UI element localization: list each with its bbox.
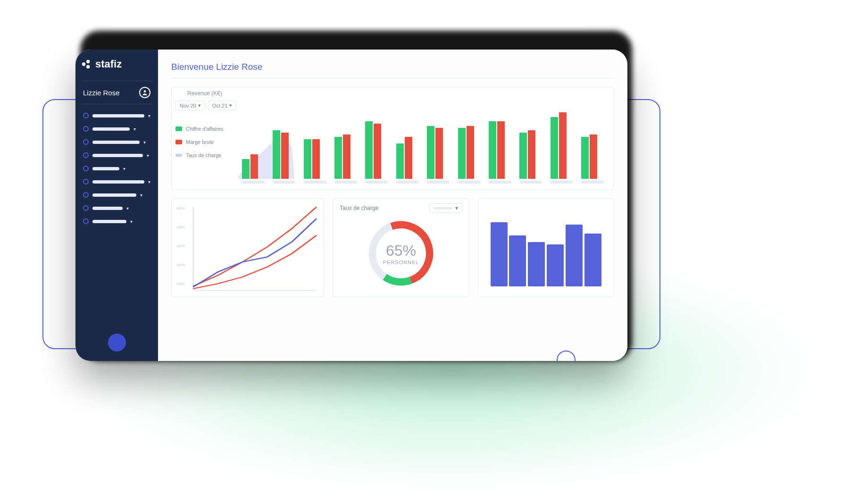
bar-ca xyxy=(551,117,558,179)
ytick-placeholder xyxy=(176,264,185,266)
sidebar-item-0[interactable]: ▾ xyxy=(81,109,152,122)
nav-list: ▾▾▾▾▾▾▾▾▾ xyxy=(81,109,152,228)
swatch-green xyxy=(175,126,182,131)
nav-circle-icon xyxy=(83,126,89,132)
revenue-chart xyxy=(238,103,608,184)
bar-group xyxy=(551,112,573,179)
nav-circle-icon xyxy=(83,179,89,184)
bar-ca xyxy=(519,133,527,179)
bar-ca xyxy=(427,126,434,179)
sidebar-item-4[interactable]: ▾ xyxy=(81,162,152,175)
sidebar-action-button[interactable] xyxy=(108,334,126,352)
bar-ca xyxy=(396,143,404,179)
bar-mb xyxy=(405,137,412,179)
bar-ca xyxy=(304,139,311,179)
sidebar-item-1[interactable]: ▾ xyxy=(81,122,152,135)
date-start-select[interactable]: Nov 20▾ xyxy=(175,100,205,110)
bar-group xyxy=(334,134,357,179)
nav-label-placeholder xyxy=(92,220,126,223)
bar-ca xyxy=(365,121,373,179)
date-start-label: Nov 20 xyxy=(180,103,196,109)
bar-mb xyxy=(312,139,320,179)
nav-label-placeholder xyxy=(92,127,130,131)
chevron-down-icon: ▾ xyxy=(148,179,150,184)
legend-mb-label: Marge brute xyxy=(186,139,214,145)
bar-ca xyxy=(242,159,250,179)
chevron-down-icon: ▾ xyxy=(229,102,232,109)
chevron-down-icon: ▾ xyxy=(143,140,146,145)
small-bar xyxy=(509,235,526,286)
category-placeholder xyxy=(427,181,450,184)
bar-group xyxy=(304,139,326,179)
category-placeholder xyxy=(365,181,388,184)
bar-mb xyxy=(467,126,474,179)
legend-tc-label: Taux de charge xyxy=(186,152,221,158)
small-bars-chart xyxy=(490,216,602,286)
category-placeholder xyxy=(489,181,511,184)
category-placeholder xyxy=(519,181,542,184)
bar-mb xyxy=(281,133,289,179)
nav-circle-icon xyxy=(83,192,89,198)
revenue-legend: Chiffre d'affaires Marge brute Taux de c… xyxy=(175,126,223,158)
ytick-placeholder xyxy=(176,245,185,247)
bar-ca xyxy=(273,130,280,179)
bar-mb xyxy=(374,124,381,179)
sidebar-item-7[interactable]: ▾ xyxy=(81,201,152,215)
date-end-select[interactable]: Oct 21▾ xyxy=(208,100,236,110)
ytick-placeholder xyxy=(176,283,185,285)
donut-select[interactable]: ▾ xyxy=(429,203,462,213)
nav-label-placeholder xyxy=(92,154,143,157)
sidebar-item-5[interactable]: ▾ xyxy=(81,175,152,188)
bar-row xyxy=(238,108,608,179)
category-placeholder xyxy=(396,181,419,184)
nav-label-placeholder xyxy=(92,193,136,197)
nav-circle-icon xyxy=(83,205,89,211)
small-bar xyxy=(584,234,601,287)
donut-center: 65% PERSONNEL xyxy=(383,242,419,265)
date-pickers: Nov 20▾ Oct 21▾ xyxy=(175,100,236,110)
sidebar: stafiz Lizzie Rose ▾▾▾▾▾▾▾▾▾ xyxy=(75,50,158,361)
nav-circle-icon xyxy=(83,218,89,224)
ytick-placeholder xyxy=(176,226,185,228)
user-row[interactable]: Lizzie Rose xyxy=(81,81,152,104)
brand[interactable]: stafiz xyxy=(81,58,152,70)
nav-circle-icon xyxy=(83,166,89,171)
bar-ca xyxy=(458,128,466,179)
chevron-down-icon: ▾ xyxy=(123,166,125,171)
bar-mb xyxy=(497,121,505,179)
bar-ca xyxy=(334,137,342,179)
small-bar xyxy=(491,222,508,286)
legend-ca: Chiffre d'affaires xyxy=(175,126,223,132)
welcome-title: Bienvenue Lizzie Rose xyxy=(171,62,614,78)
bar-group xyxy=(581,134,604,179)
swatch-area xyxy=(175,154,182,157)
device-window: stafiz Lizzie Rose ▾▾▾▾▾▾▾▾▾ Bienvenue L… xyxy=(75,50,627,361)
bar-ca xyxy=(581,137,589,179)
small-bar xyxy=(528,242,545,286)
nav-circle-icon xyxy=(83,139,89,145)
category-placeholder xyxy=(551,181,573,184)
nav-circle-icon xyxy=(83,113,89,118)
sidebar-item-6[interactable]: ▾ xyxy=(81,188,152,201)
row-secondary: Taux de charge ▾ 65% PERSONNEL xyxy=(171,198,614,297)
legend-mb: Marge brute xyxy=(175,139,223,145)
category-placeholder xyxy=(581,181,604,184)
bar-group xyxy=(458,126,481,179)
svg-point-3 xyxy=(144,90,146,92)
chevron-down-icon: ▾ xyxy=(130,219,133,224)
bar-group xyxy=(519,130,542,179)
sidebar-item-3[interactable]: ▾ xyxy=(81,149,152,162)
swatch-red xyxy=(175,140,182,144)
sidebar-item-2[interactable]: ▾ xyxy=(81,135,152,149)
bar-group xyxy=(365,121,388,179)
revenue-card: Revenue (K€) Nov 20▾ Oct 21▾ Chiffre d'a… xyxy=(171,87,614,190)
sidebar-item-8[interactable]: ▾ xyxy=(81,215,152,228)
user-avatar-icon xyxy=(139,87,150,98)
category-placeholder xyxy=(273,181,295,184)
svg-point-0 xyxy=(82,62,85,66)
bar-group xyxy=(427,126,450,179)
chevron-down-icon: ▾ xyxy=(147,153,149,158)
category-placeholder xyxy=(304,181,326,184)
category-placeholder xyxy=(458,181,481,184)
chevron-down-icon: ▾ xyxy=(148,113,150,118)
